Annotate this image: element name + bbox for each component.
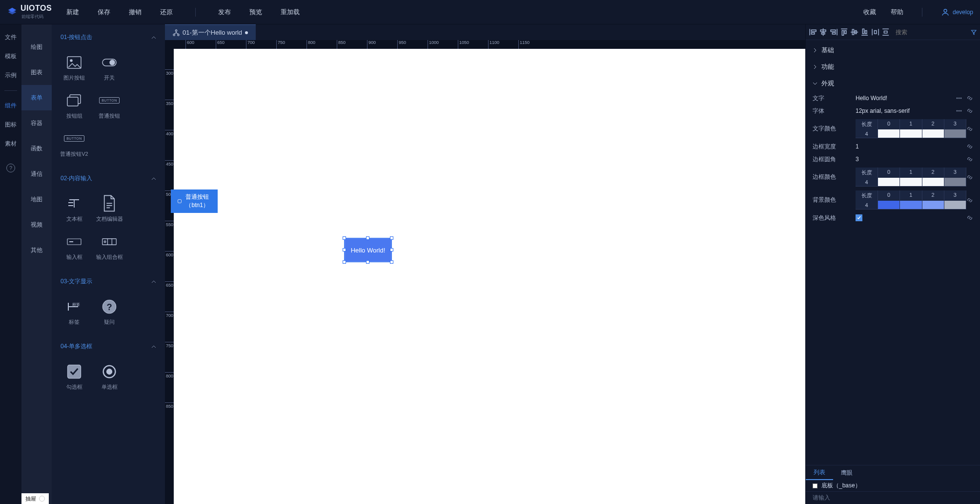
menu-undo[interactable]: 撤销	[129, 8, 142, 17]
comp-button-group[interactable]: 按钮组	[57, 87, 92, 126]
layer-row-base[interactable]: 底板（_base）	[806, 480, 980, 491]
color-swatch[interactable]	[922, 201, 944, 210]
comp-input-group[interactable]: 输入组合框	[92, 229, 127, 267]
section-function[interactable]: 功能	[806, 59, 980, 75]
color-swatch[interactable]	[900, 201, 922, 210]
group-checkbox-radio[interactable]: 04-单多选框	[55, 337, 162, 356]
cat-comm[interactable]: 通信	[21, 161, 52, 187]
cat-map[interactable]: 地图	[21, 187, 52, 212]
color-swatch[interactable]	[944, 201, 966, 210]
rail-file[interactable]: 文件	[5, 33, 17, 42]
rail-example[interactable]: 示例	[5, 71, 17, 80]
cat-draw[interactable]: 绘图	[21, 34, 52, 60]
prop-value[interactable]: 12px arial, sans-serif	[856, 107, 956, 114]
link-icon[interactable]	[966, 174, 973, 181]
align-center-h-button[interactable]	[819, 27, 827, 38]
comp-doc-editor[interactable]: 文档编辑器	[92, 190, 127, 229]
comp-input[interactable]: 输入框	[57, 229, 92, 267]
rail-iconlib[interactable]: 图标	[5, 121, 17, 129]
link-icon[interactable]	[966, 197, 973, 204]
cat-form[interactable]: 表单	[21, 85, 52, 110]
resize-handle-tm[interactable]	[366, 236, 369, 240]
bg-color-table[interactable]: 长度0123 4	[856, 190, 966, 210]
color-swatch[interactable]	[878, 201, 900, 210]
color-swatch[interactable]	[944, 129, 966, 138]
menu-preview[interactable]: 预览	[249, 8, 262, 17]
comp-image-button[interactable]: 图片按钮	[57, 49, 92, 87]
resize-handle-br[interactable]	[390, 260, 393, 264]
align-middle-button[interactable]	[850, 27, 858, 38]
checkbox-dark-mode[interactable]	[856, 214, 862, 221]
link-icon[interactable]	[966, 156, 973, 163]
align-right-button[interactable]	[830, 27, 838, 38]
filter-icon[interactable]	[971, 28, 977, 36]
cat-video[interactable]: 视频	[21, 212, 52, 237]
group-input[interactable]: 02-内容输入	[55, 169, 162, 188]
link-icon[interactable]	[966, 143, 973, 150]
comp-question[interactable]: ? 疑问	[92, 294, 127, 332]
menu-new[interactable]: 新建	[66, 8, 79, 17]
section-basic[interactable]: 基础	[806, 42, 980, 59]
color-swatch[interactable]	[922, 129, 944, 138]
group-button-click[interactable]: 01-按钮点击	[55, 28, 162, 46]
color-swatch[interactable]	[878, 129, 900, 138]
comp-button-v2[interactable]: BUTTON 普通按钮V2	[57, 126, 92, 164]
layers-tab-eagle[interactable]: 鹰眼	[833, 465, 860, 480]
align-top-button[interactable]	[840, 27, 848, 38]
resize-handle-tr[interactable]	[390, 236, 393, 240]
canvas[interactable]: Hello World!	[174, 49, 805, 504]
layers-tab-list[interactable]: 列表	[806, 465, 833, 480]
group-text-display[interactable]: 03-文字显示	[55, 273, 162, 291]
rail-material[interactable]: 素材	[5, 140, 17, 148]
comp-checkbox[interactable]: 勾选框	[57, 358, 92, 397]
align-left-button[interactable]	[809, 27, 817, 38]
comp-button[interactable]: BUTTON 普通按钮	[92, 87, 127, 126]
comp-switch[interactable]: 开关	[92, 49, 127, 87]
cat-other[interactable]: 其他	[21, 237, 52, 263]
tab-hello-world[interactable]: 01-第一个Hello world	[165, 24, 256, 40]
cat-chart[interactable]: 图表	[21, 60, 52, 85]
rail-help-icon[interactable]: ?	[6, 164, 15, 172]
comp-label[interactable]: 标签 标签	[57, 294, 92, 332]
distribute-h-button[interactable]	[871, 27, 879, 38]
comp-textbox[interactable]: 文本框	[57, 190, 92, 229]
top-help[interactable]: 帮助	[891, 8, 903, 17]
more-icon[interactable]	[956, 107, 962, 114]
comp-radio[interactable]: 单选框	[92, 358, 127, 397]
resize-handle-bl[interactable]	[343, 260, 346, 264]
inspector-search-input[interactable]	[896, 29, 969, 36]
resize-handle-mr[interactable]	[390, 248, 393, 252]
ruler-vertical[interactable]: 250300350400450500550600650700750800850	[165, 49, 174, 504]
link-icon[interactable]	[966, 95, 973, 102]
menu-redo[interactable]: 还原	[160, 8, 173, 17]
resize-handle-ml[interactable]	[343, 248, 346, 252]
top-favorite[interactable]: 收藏	[863, 8, 876, 17]
link-icon[interactable]	[966, 214, 973, 221]
color-swatch[interactable]	[900, 129, 922, 138]
resize-handle-bm[interactable]	[366, 260, 369, 264]
button-instance[interactable]: Hello World!	[345, 238, 391, 262]
menu-save[interactable]: 保存	[98, 8, 110, 17]
ruler-horizontal[interactable]: 5506006507007508008509009501000105011001…	[165, 40, 805, 49]
more-icon[interactable]	[956, 95, 962, 102]
text-color-table[interactable]: 长度0123 4	[856, 119, 966, 138]
layer-row-btn1[interactable]: 普通按钮（btn1）	[171, 189, 218, 213]
distribute-v-button[interactable]	[881, 27, 890, 38]
link-icon[interactable]	[966, 126, 973, 132]
rail-template[interactable]: 模板	[5, 52, 17, 61]
color-swatch[interactable]	[878, 178, 900, 187]
drawer-toggle[interactable]: 抽屉	[21, 493, 49, 504]
cat-container[interactable]: 容器	[21, 110, 52, 136]
prop-value[interactable]: 1	[856, 143, 966, 150]
color-swatch[interactable]	[944, 178, 966, 187]
align-bottom-button[interactable]	[860, 27, 869, 38]
resize-handle-tl[interactable]	[343, 236, 346, 240]
link-icon[interactable]	[966, 107, 973, 114]
layer-input[interactable]: 请输入	[806, 491, 980, 504]
prop-value[interactable]: Hello World!	[856, 95, 956, 102]
color-swatch[interactable]	[900, 178, 922, 187]
menu-publish[interactable]: 发布	[218, 8, 231, 17]
user-menu[interactable]: develop	[941, 8, 973, 17]
menu-reload[interactable]: 重加载	[281, 8, 300, 17]
rail-component[interactable]: 组件	[5, 102, 17, 110]
